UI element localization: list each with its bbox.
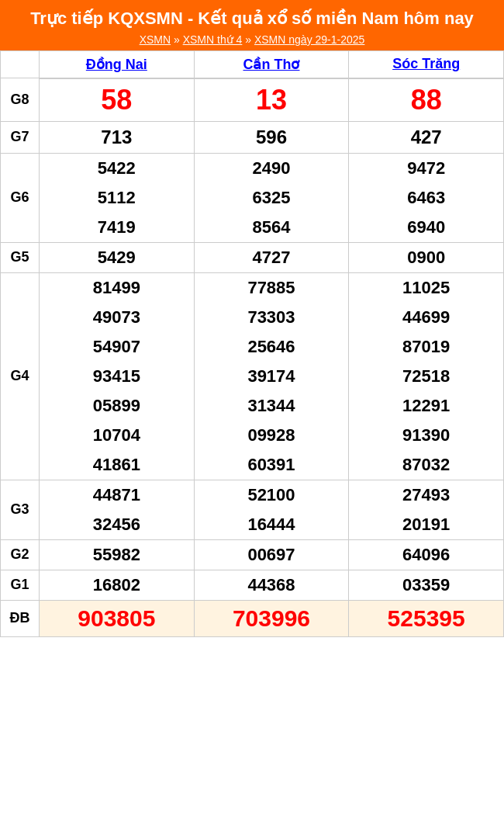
g6-r1-v1: 5422 <box>40 153 195 183</box>
g4-r5-v3: 12291 <box>349 391 504 421</box>
col2-header: Cần Thơ <box>194 50 349 78</box>
g2-v1: 55982 <box>40 539 195 570</box>
g6-row-3: 7419 8564 6940 <box>1 213 504 243</box>
g5-label: G5 <box>1 242 40 272</box>
results-table: Đồng Nai Cần Thơ Sóc Trăng G8 58 13 88 G… <box>0 50 504 637</box>
g7-v3: 427 <box>349 121 504 153</box>
header-title: Trực tiếp KQXSMN - Kết quả xổ số miền Na… <box>4 8 500 30</box>
g6-r1-v3: 9472 <box>349 153 504 183</box>
g3-r2-v3: 20191 <box>349 510 504 540</box>
g3-label: G3 <box>1 480 40 539</box>
g6-r2-v2: 6325 <box>194 183 349 213</box>
g6-r1-v2: 2490 <box>194 153 349 183</box>
g3-r2-v1: 32456 <box>40 510 195 540</box>
g4-r2-v3: 44699 <box>349 303 504 332</box>
g3-row-1: G3 44871 52100 27493 <box>1 480 504 510</box>
link3[interactable]: XSMN ngày 29-1-2025 <box>254 33 364 46</box>
g8-v1: 58 <box>40 78 195 122</box>
g4-r4-v1: 93415 <box>40 362 195 391</box>
g8-row: G8 58 13 88 <box>1 78 504 122</box>
g4-row-5: 05899 31344 12291 <box>1 391 504 421</box>
g7-label: G7 <box>1 121 40 153</box>
g4-row-6: 10704 09928 91390 <box>1 421 504 450</box>
header: Trực tiếp KQXSMN - Kết quả xổ số miền Na… <box>0 0 504 50</box>
g4-r3-v1: 54907 <box>40 332 195 362</box>
g1-v2: 44368 <box>194 570 349 600</box>
g6-r2-v1: 5112 <box>40 183 195 213</box>
g7-v2: 596 <box>194 121 349 153</box>
g6-row-1: G6 5422 2490 9472 <box>1 153 504 183</box>
g3-r1-v2: 52100 <box>194 480 349 510</box>
db-v2: 703996 <box>194 600 349 636</box>
g4-r6-v3: 91390 <box>349 421 504 450</box>
g5-v2: 4727 <box>194 242 349 272</box>
db-row: ĐB 903805 703996 525395 <box>1 600 504 636</box>
g1-row: G1 16802 44368 03359 <box>1 570 504 600</box>
g4-r2-v2: 73303 <box>194 303 349 332</box>
g4-r7-v2: 60391 <box>194 450 349 480</box>
g4-label: G4 <box>1 272 40 480</box>
g1-v1: 16802 <box>40 570 195 600</box>
g6-label: G6 <box>1 153 40 242</box>
g4-r7-v3: 87032 <box>349 450 504 480</box>
g4-row-4: 93415 39174 72518 <box>1 362 504 391</box>
g4-r2-v1: 49073 <box>40 303 195 332</box>
g4-r1-v1: 81499 <box>40 272 195 303</box>
g4-r1-v3: 11025 <box>349 272 504 303</box>
sep1: » <box>174 33 183 46</box>
link1[interactable]: XSMN <box>140 33 171 46</box>
g4-row-7: 41861 60391 87032 <box>1 450 504 480</box>
g1-label: G1 <box>1 570 40 600</box>
g5-v1: 5429 <box>40 242 195 272</box>
g2-row: G2 55982 00697 64096 <box>1 539 504 570</box>
g4-row-1: G4 81499 77885 11025 <box>1 272 504 303</box>
db-v3: 525395 <box>349 600 504 636</box>
g4-r6-v2: 09928 <box>194 421 349 450</box>
g4-r5-v2: 31344 <box>194 391 349 421</box>
g8-v3: 88 <box>349 78 504 122</box>
g2-label: G2 <box>1 539 40 570</box>
g4-r7-v1: 41861 <box>40 450 195 480</box>
g3-r1-v1: 44871 <box>40 480 195 510</box>
g6-r3-v2: 8564 <box>194 213 349 243</box>
g4-r4-v3: 72518 <box>349 362 504 391</box>
g1-v3: 03359 <box>349 570 504 600</box>
g8-label: G8 <box>1 78 40 122</box>
g3-r2-v2: 16444 <box>194 510 349 540</box>
label-header <box>1 50 40 78</box>
g4-r4-v2: 39174 <box>194 362 349 391</box>
g4-row-2: 49073 73303 44699 <box>1 303 504 332</box>
g8-v2: 13 <box>194 78 349 122</box>
g6-r3-v3: 6940 <box>349 213 504 243</box>
sep2: » <box>245 33 254 46</box>
g5-v3: 0900 <box>349 242 504 272</box>
col3-header: Sóc Trăng <box>349 50 504 78</box>
g2-v3: 64096 <box>349 539 504 570</box>
g3-r1-v3: 27493 <box>349 480 504 510</box>
column-headers: Đồng Nai Cần Thơ Sóc Trăng <box>1 50 504 78</box>
g6-r3-v1: 7419 <box>40 213 195 243</box>
g4-r5-v1: 05899 <box>40 391 195 421</box>
db-label: ĐB <box>1 600 40 636</box>
g6-row-2: 5112 6325 6463 <box>1 183 504 213</box>
g7-row: G7 713 596 427 <box>1 121 504 153</box>
g3-row-2: 32456 16444 20191 <box>1 510 504 540</box>
db-v1: 903805 <box>40 600 195 636</box>
g4-r3-v3: 87019 <box>349 332 504 362</box>
g2-v2: 00697 <box>194 539 349 570</box>
col1-header: Đồng Nai <box>40 50 195 78</box>
link2[interactable]: XSMN thứ 4 <box>183 33 243 46</box>
g4-r1-v2: 77885 <box>194 272 349 303</box>
header-links: XSMN » XSMN thứ 4 » XSMN ngày 29-1-2025 <box>4 33 500 46</box>
g5-row: G5 5429 4727 0900 <box>1 242 504 272</box>
g6-r2-v3: 6463 <box>349 183 504 213</box>
g4-row-3: 54907 25646 87019 <box>1 332 504 362</box>
g7-v1: 713 <box>40 121 195 153</box>
g4-r3-v2: 25646 <box>194 332 349 362</box>
g4-r6-v1: 10704 <box>40 421 195 450</box>
